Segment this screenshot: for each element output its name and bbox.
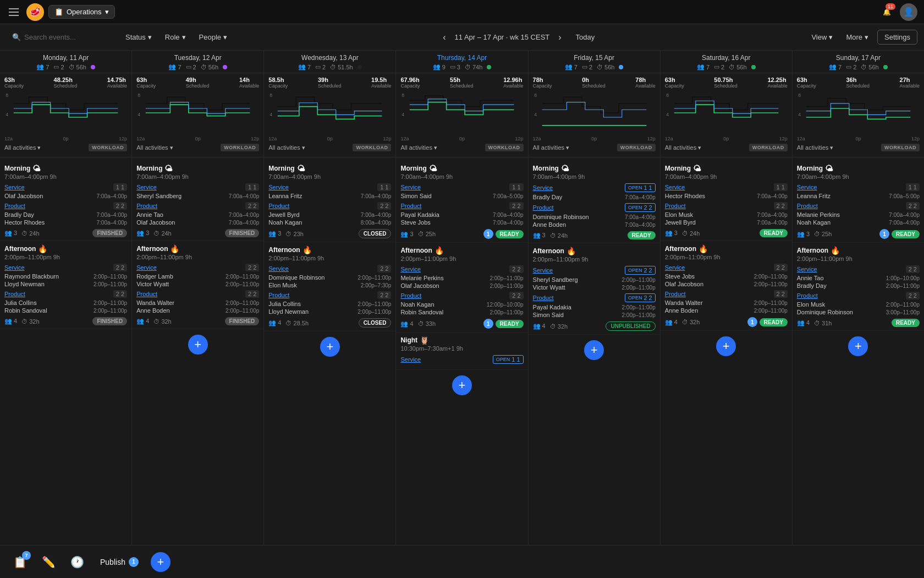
role-header: Product2 2 — [136, 290, 259, 298]
role-name[interactable]: Service — [136, 264, 157, 271]
add-shift-day-6[interactable]: + — [848, 336, 868, 356]
history-icon-button[interactable]: 🕐 — [66, 551, 88, 573]
role-name[interactable]: Service — [533, 184, 553, 191]
view-button[interactable]: View ▾ — [807, 31, 837, 43]
notifications-button[interactable]: 🔔 11 — [878, 3, 895, 21]
role-name[interactable]: Product — [400, 203, 421, 209]
shift-block-0: Morning 🌤7:00am–4:00pm 9hService1 1Shery… — [132, 161, 263, 241]
people-icon: 👥 — [36, 63, 44, 70]
add-shift-day-4[interactable]: + — [584, 340, 604, 360]
workspace-switcher[interactable]: 📋 Operations ▾ — [48, 5, 115, 19]
role-name[interactable]: Service — [400, 356, 421, 363]
staff-name: Robin Sandoval — [400, 309, 443, 315]
role-name[interactable]: Product — [533, 295, 554, 301]
role-name[interactable]: Product — [665, 203, 686, 209]
shifts-stat: ▭ 2 — [315, 63, 326, 70]
schedule-icon-button[interactable]: 📋 7 — [9, 551, 31, 573]
edit-icon-button[interactable]: ✏️ — [37, 551, 59, 573]
activities-label[interactable]: All activities ▾ — [136, 144, 173, 151]
role-name[interactable]: Service — [268, 265, 289, 272]
activities-label[interactable]: All activities ▾ — [665, 144, 701, 151]
staff-row: Anne Boden2:00p–11:00p — [665, 307, 788, 314]
role-filter[interactable]: Role ▾ — [161, 31, 190, 43]
status-badge: FINISHED — [92, 317, 127, 325]
role-name[interactable]: Product — [665, 291, 686, 297]
staff-row: Noah Kagan12:00p–10:00p — [400, 301, 523, 308]
status-filter[interactable]: Status ▾ — [121, 31, 156, 43]
role-count: 2 2 — [774, 264, 788, 271]
people-filter[interactable]: People ▾ — [195, 31, 232, 43]
user-avatar[interactable]: 👤 — [900, 3, 917, 21]
shift-hours-stat: ⏱ 23h — [285, 231, 303, 237]
role-name[interactable]: Service — [400, 266, 421, 272]
shift-footer: 👥 4 ⏱ 28.5h CLOSED — [268, 318, 391, 328]
staff-time: 7:00a–4:00p — [625, 214, 656, 220]
role-name[interactable]: Product — [797, 292, 818, 299]
role-header: Product2 2 — [268, 291, 391, 299]
add-shift-day-3[interactable]: + — [452, 375, 472, 395]
role-name[interactable]: Product — [533, 204, 554, 211]
staff-name: Olaf Jacobson — [4, 193, 43, 199]
staff-time: 2:00p–11:00p — [94, 308, 127, 314]
role-row-0: Service1 1Hector Rhodes7:00a–4:00p — [665, 183, 788, 200]
role-name[interactable]: Service — [400, 184, 421, 190]
role-name[interactable]: Service — [797, 266, 817, 272]
role-name[interactable]: Service — [665, 184, 685, 190]
role-name[interactable]: Product — [136, 203, 157, 209]
capacity-values: 63h Capacity 36h Scheduled 27h Available — [797, 77, 920, 89]
shifts-area-4: Morning 🌤7:00am–4:00pm 9hServiceOPEN 1 1… — [529, 157, 660, 578]
role-header: Service1 1 — [4, 183, 127, 191]
hamburger-menu[interactable] — [7, 4, 22, 20]
people-stat: 👥 7 — [697, 63, 710, 70]
staff-time: 7:00a–5:00p — [889, 193, 920, 199]
activities-label[interactable]: All activities ▾ — [400, 144, 437, 151]
add-shift-button[interactable]: + — [151, 552, 170, 572]
chart-axes: 12a0p12p — [797, 136, 920, 141]
role-name[interactable]: Product — [797, 203, 818, 209]
role-name[interactable]: Product — [268, 203, 289, 209]
add-shift-day-2[interactable]: + — [320, 337, 340, 357]
prev-week-button[interactable]: ‹ — [438, 30, 450, 45]
staff-name: Dominique Robinson — [533, 214, 589, 220]
role-name[interactable]: Product — [268, 292, 289, 298]
staff-name: Anne Boden — [136, 307, 170, 314]
add-shift-day-1[interactable]: + — [188, 335, 208, 355]
publish-button[interactable]: Publish 1 — [95, 554, 144, 570]
activities-label[interactable]: All activities ▾ — [533, 144, 569, 151]
activities-label[interactable]: All activities ▾ — [268, 144, 305, 151]
role-name[interactable]: Service — [136, 184, 157, 190]
role-name[interactable]: Product — [400, 292, 421, 299]
role-name[interactable]: Service — [665, 264, 685, 271]
role-name[interactable]: Service — [4, 184, 25, 190]
chart-axes: 12a0p12p — [665, 136, 788, 141]
role-name[interactable]: Service — [268, 184, 289, 190]
staff-name: Lloyd Newman — [268, 308, 309, 315]
role-row-1: Product2 2Payal Kadakia7:00a–4:00pSteve … — [400, 202, 523, 226]
more-button[interactable]: More ▾ — [842, 31, 873, 43]
hours-stat: ⏱ 56h — [69, 64, 86, 70]
role-name[interactable]: Product — [4, 291, 25, 297]
role-name[interactable]: Product — [4, 203, 25, 209]
shift-block-1: Afternoon 🔥2:00pm–11:00pm 9hService2 2Ro… — [132, 241, 263, 329]
activities-label[interactable]: All activities ▾ — [4, 144, 41, 151]
search-box[interactable]: 🔍 Search events... — [7, 33, 117, 41]
next-week-button[interactable]: › — [554, 30, 565, 45]
role-name[interactable]: Product — [136, 291, 157, 297]
today-button[interactable]: Today — [570, 31, 601, 43]
day-stats: 👥 7 ▭ 2 ⏱ 51.5h — [268, 63, 391, 70]
role-name[interactable]: Service — [797, 184, 817, 190]
role-header: Service2 2 — [136, 264, 259, 271]
role-name[interactable]: Service — [533, 267, 553, 274]
role-name[interactable]: Service — [4, 264, 25, 271]
shift-title: Afternoon 🔥 — [4, 244, 127, 253]
status-badge: READY — [892, 319, 920, 327]
shifts-stat: ▭ 2 — [714, 63, 724, 70]
staff-row: Olaf Jacobson7:00a–4:00p — [136, 219, 259, 226]
staff-row: Anne Boden2:00p–11:00p — [136, 307, 259, 314]
staff-row: Rodger Lamb2:00p–11:00p — [136, 272, 259, 280]
add-shift-day-5[interactable]: + — [716, 336, 736, 356]
activities-label[interactable]: All activities ▾ — [797, 144, 833, 151]
settings-button[interactable]: Settings — [877, 30, 917, 45]
workload-badge: WORKLOAD — [881, 144, 920, 151]
staff-time: 7:00a–4:00p — [97, 212, 128, 218]
